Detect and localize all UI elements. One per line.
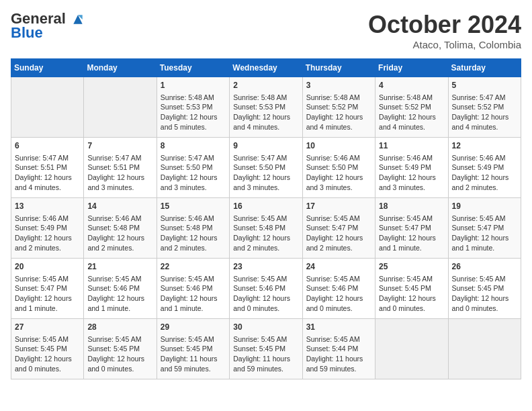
calendar-cell: 6Sunrise: 5:47 AM Sunset: 5:51 PM Daylig… <box>11 138 84 198</box>
calendar-cell: 19Sunrise: 5:45 AM Sunset: 5:47 PM Dayli… <box>448 198 521 259</box>
col-header-thursday: Thursday <box>302 59 375 77</box>
day-number: 9 <box>233 140 298 152</box>
calendar-cell: 8Sunrise: 5:47 AM Sunset: 5:50 PM Daylig… <box>157 138 229 198</box>
day-info: Sunrise: 5:45 AM Sunset: 5:45 PM Dayligh… <box>87 334 152 374</box>
calendar-header-row: SundayMondayTuesdayWednesdayThursdayFrid… <box>11 59 521 77</box>
col-header-sunday: Sunday <box>11 59 84 77</box>
logo: General Blue <box>11 11 85 42</box>
day-number: 10 <box>306 140 371 152</box>
calendar-cell: 3Sunrise: 5:48 AM Sunset: 5:52 PM Daylig… <box>302 77 375 138</box>
day-number: 11 <box>379 140 444 152</box>
day-info: Sunrise: 5:47 AM Sunset: 5:51 PM Dayligh… <box>87 153 152 193</box>
calendar-cell: 26Sunrise: 5:45 AM Sunset: 5:45 PM Dayli… <box>448 259 521 319</box>
day-info: Sunrise: 5:45 AM Sunset: 5:45 PM Dayligh… <box>15 334 80 374</box>
day-number: 3 <box>306 80 371 91</box>
day-number: 17 <box>306 201 371 212</box>
calendar-cell <box>11 77 84 138</box>
calendar-cell: 11Sunrise: 5:46 AM Sunset: 5:49 PM Dayli… <box>375 138 448 198</box>
day-info: Sunrise: 5:48 AM Sunset: 5:52 PM Dayligh… <box>306 93 371 132</box>
title-block: October 2024 Ataco, Tolima, Colombia <box>368 11 521 50</box>
calendar-cell: 17Sunrise: 5:45 AM Sunset: 5:47 PM Dayli… <box>302 198 375 259</box>
calendar-cell <box>84 77 157 138</box>
calendar-week-1: 1Sunrise: 5:48 AM Sunset: 5:53 PM Daylig… <box>11 77 521 138</box>
col-header-friday: Friday <box>375 59 448 77</box>
calendar-cell: 24Sunrise: 5:45 AM Sunset: 5:46 PM Dayli… <box>302 259 375 319</box>
day-number: 24 <box>306 261 371 273</box>
calendar-cell: 9Sunrise: 5:47 AM Sunset: 5:50 PM Daylig… <box>230 138 302 198</box>
calendar-cell: 30Sunrise: 5:45 AM Sunset: 5:45 PM Dayli… <box>230 319 302 379</box>
day-info: Sunrise: 5:46 AM Sunset: 5:49 PM Dayligh… <box>15 214 80 253</box>
calendar-week-5: 27Sunrise: 5:45 AM Sunset: 5:45 PM Dayli… <box>11 319 521 379</box>
day-info: Sunrise: 5:47 AM Sunset: 5:50 PM Dayligh… <box>233 153 298 193</box>
calendar-cell: 16Sunrise: 5:45 AM Sunset: 5:48 PM Dayli… <box>230 198 302 259</box>
day-info: Sunrise: 5:48 AM Sunset: 5:52 PM Dayligh… <box>379 93 444 132</box>
day-number: 19 <box>452 201 517 212</box>
calendar-week-2: 6Sunrise: 5:47 AM Sunset: 5:51 PM Daylig… <box>11 138 521 198</box>
day-info: Sunrise: 5:48 AM Sunset: 5:53 PM Dayligh… <box>161 93 226 132</box>
day-info: Sunrise: 5:45 AM Sunset: 5:45 PM Dayligh… <box>379 274 444 314</box>
calendar-cell <box>375 319 448 379</box>
calendar-cell: 21Sunrise: 5:45 AM Sunset: 5:46 PM Dayli… <box>84 259 157 319</box>
day-number: 25 <box>379 261 444 273</box>
calendar-cell: 31Sunrise: 5:45 AM Sunset: 5:44 PM Dayli… <box>302 319 375 379</box>
calendar-cell: 12Sunrise: 5:46 AM Sunset: 5:49 PM Dayli… <box>448 138 521 198</box>
day-number: 13 <box>15 201 80 212</box>
calendar-cell: 10Sunrise: 5:46 AM Sunset: 5:50 PM Dayli… <box>302 138 375 198</box>
calendar-cell: 15Sunrise: 5:46 AM Sunset: 5:48 PM Dayli… <box>157 198 229 259</box>
day-number: 22 <box>161 261 226 273</box>
calendar-cell: 22Sunrise: 5:45 AM Sunset: 5:46 PM Dayli… <box>157 259 229 319</box>
calendar-cell: 1Sunrise: 5:48 AM Sunset: 5:53 PM Daylig… <box>157 77 229 138</box>
day-info: Sunrise: 5:46 AM Sunset: 5:48 PM Dayligh… <box>161 214 226 253</box>
day-number: 5 <box>452 80 517 91</box>
day-info: Sunrise: 5:45 AM Sunset: 5:46 PM Dayligh… <box>161 274 226 314</box>
calendar-cell: 25Sunrise: 5:45 AM Sunset: 5:45 PM Dayli… <box>375 259 448 319</box>
day-number: 8 <box>161 140 226 152</box>
day-number: 2 <box>233 80 298 91</box>
calendar-cell: 4Sunrise: 5:48 AM Sunset: 5:52 PM Daylig… <box>375 77 448 138</box>
day-info: Sunrise: 5:45 AM Sunset: 5:45 PM Dayligh… <box>233 334 298 374</box>
col-header-tuesday: Tuesday <box>157 59 229 77</box>
col-header-saturday: Saturday <box>448 59 521 77</box>
day-number: 29 <box>161 322 226 333</box>
day-number: 21 <box>87 261 152 273</box>
day-info: Sunrise: 5:45 AM Sunset: 5:46 PM Dayligh… <box>87 274 152 314</box>
day-info: Sunrise: 5:46 AM Sunset: 5:50 PM Dayligh… <box>306 153 371 193</box>
day-number: 23 <box>233 261 298 273</box>
calendar-cell <box>448 319 521 379</box>
day-number: 27 <box>15 322 80 333</box>
day-info: Sunrise: 5:45 AM Sunset: 5:47 PM Dayligh… <box>452 214 517 253</box>
calendar-cell: 13Sunrise: 5:46 AM Sunset: 5:49 PM Dayli… <box>11 198 84 259</box>
day-info: Sunrise: 5:47 AM Sunset: 5:51 PM Dayligh… <box>15 153 80 193</box>
calendar-cell: 18Sunrise: 5:45 AM Sunset: 5:47 PM Dayli… <box>375 198 448 259</box>
day-info: Sunrise: 5:46 AM Sunset: 5:49 PM Dayligh… <box>452 153 517 193</box>
col-header-wednesday: Wednesday <box>230 59 302 77</box>
day-number: 18 <box>379 201 444 212</box>
day-number: 30 <box>233 322 298 333</box>
day-info: Sunrise: 5:45 AM Sunset: 5:47 PM Dayligh… <box>15 274 80 314</box>
calendar-table: SundayMondayTuesdayWednesdayThursdayFrid… <box>11 58 521 379</box>
day-info: Sunrise: 5:46 AM Sunset: 5:48 PM Dayligh… <box>87 214 152 253</box>
calendar-cell: 23Sunrise: 5:45 AM Sunset: 5:46 PM Dayli… <box>230 259 302 319</box>
day-number: 4 <box>379 80 444 91</box>
day-info: Sunrise: 5:45 AM Sunset: 5:47 PM Dayligh… <box>379 214 444 253</box>
day-info: Sunrise: 5:47 AM Sunset: 5:52 PM Dayligh… <box>452 93 517 132</box>
page-header: General Blue October 2024 Ataco, Tolima,… <box>11 11 521 50</box>
day-info: Sunrise: 5:46 AM Sunset: 5:49 PM Dayligh… <box>379 153 444 193</box>
logo-icon <box>71 13 85 26</box>
day-info: Sunrise: 5:47 AM Sunset: 5:50 PM Dayligh… <box>161 153 226 193</box>
calendar-cell: 7Sunrise: 5:47 AM Sunset: 5:51 PM Daylig… <box>84 138 157 198</box>
day-number: 15 <box>161 201 226 212</box>
month-title: October 2024 <box>368 11 521 39</box>
calendar-week-3: 13Sunrise: 5:46 AM Sunset: 5:49 PM Dayli… <box>11 198 521 259</box>
day-number: 20 <box>15 261 80 273</box>
day-number: 14 <box>87 201 152 212</box>
day-number: 26 <box>452 261 517 273</box>
day-info: Sunrise: 5:45 AM Sunset: 5:44 PM Dayligh… <box>306 334 371 374</box>
location: Ataco, Tolima, Colombia <box>368 39 521 50</box>
day-number: 16 <box>233 201 298 212</box>
calendar-cell: 29Sunrise: 5:45 AM Sunset: 5:45 PM Dayli… <box>157 319 229 379</box>
day-number: 6 <box>15 140 80 152</box>
calendar-cell: 14Sunrise: 5:46 AM Sunset: 5:48 PM Dayli… <box>84 198 157 259</box>
day-info: Sunrise: 5:45 AM Sunset: 5:46 PM Dayligh… <box>306 274 371 314</box>
calendar-cell: 28Sunrise: 5:45 AM Sunset: 5:45 PM Dayli… <box>84 319 157 379</box>
